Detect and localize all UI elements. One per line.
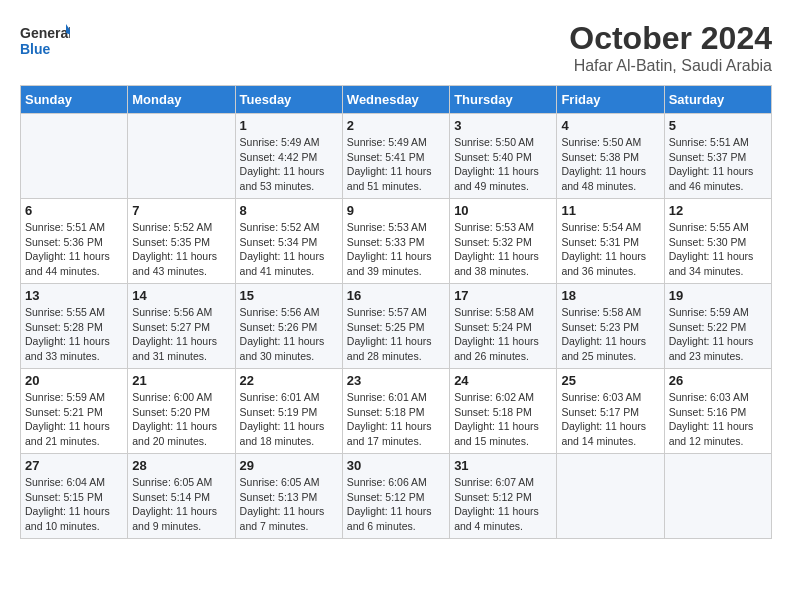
weekday-header-saturday: Saturday bbox=[664, 86, 771, 114]
title-block: October 2024 Hafar Al-Batin, Saudi Arabi… bbox=[569, 20, 772, 75]
day-detail: Sunrise: 6:04 AMSunset: 5:15 PMDaylight:… bbox=[25, 476, 110, 532]
calendar-cell bbox=[557, 454, 664, 539]
day-number: 29 bbox=[240, 458, 338, 473]
day-number: 22 bbox=[240, 373, 338, 388]
calendar-cell: 10 Sunrise: 5:53 AMSunset: 5:32 PMDaylig… bbox=[450, 199, 557, 284]
day-number: 26 bbox=[669, 373, 767, 388]
calendar-cell: 12 Sunrise: 5:55 AMSunset: 5:30 PMDaylig… bbox=[664, 199, 771, 284]
calendar-cell: 19 Sunrise: 5:59 AMSunset: 5:22 PMDaylig… bbox=[664, 284, 771, 369]
day-number: 30 bbox=[347, 458, 445, 473]
day-number: 25 bbox=[561, 373, 659, 388]
calendar-cell: 5 Sunrise: 5:51 AMSunset: 5:37 PMDayligh… bbox=[664, 114, 771, 199]
calendar-cell: 25 Sunrise: 6:03 AMSunset: 5:17 PMDaylig… bbox=[557, 369, 664, 454]
day-number: 12 bbox=[669, 203, 767, 218]
calendar-cell: 4 Sunrise: 5:50 AMSunset: 5:38 PMDayligh… bbox=[557, 114, 664, 199]
calendar-cell: 27 Sunrise: 6:04 AMSunset: 5:15 PMDaylig… bbox=[21, 454, 128, 539]
month-title: October 2024 bbox=[569, 20, 772, 57]
calendar-cell bbox=[128, 114, 235, 199]
day-detail: Sunrise: 5:49 AMSunset: 4:42 PMDaylight:… bbox=[240, 136, 325, 192]
day-number: 20 bbox=[25, 373, 123, 388]
day-number: 28 bbox=[132, 458, 230, 473]
day-detail: Sunrise: 6:05 AMSunset: 5:14 PMDaylight:… bbox=[132, 476, 217, 532]
calendar-cell bbox=[21, 114, 128, 199]
calendar-cell: 18 Sunrise: 5:58 AMSunset: 5:23 PMDaylig… bbox=[557, 284, 664, 369]
day-number: 16 bbox=[347, 288, 445, 303]
calendar-cell: 7 Sunrise: 5:52 AMSunset: 5:35 PMDayligh… bbox=[128, 199, 235, 284]
day-detail: Sunrise: 5:58 AMSunset: 5:24 PMDaylight:… bbox=[454, 306, 539, 362]
day-detail: Sunrise: 5:55 AMSunset: 5:28 PMDaylight:… bbox=[25, 306, 110, 362]
day-detail: Sunrise: 5:55 AMSunset: 5:30 PMDaylight:… bbox=[669, 221, 754, 277]
day-detail: Sunrise: 5:52 AMSunset: 5:35 PMDaylight:… bbox=[132, 221, 217, 277]
day-number: 17 bbox=[454, 288, 552, 303]
day-detail: Sunrise: 5:49 AMSunset: 5:41 PMDaylight:… bbox=[347, 136, 432, 192]
day-detail: Sunrise: 6:01 AMSunset: 5:18 PMDaylight:… bbox=[347, 391, 432, 447]
calendar-cell: 11 Sunrise: 5:54 AMSunset: 5:31 PMDaylig… bbox=[557, 199, 664, 284]
day-detail: Sunrise: 5:56 AMSunset: 5:26 PMDaylight:… bbox=[240, 306, 325, 362]
week-row-2: 6 Sunrise: 5:51 AMSunset: 5:36 PMDayligh… bbox=[21, 199, 772, 284]
page-header: General Blue October 2024 Hafar Al-Batin… bbox=[20, 20, 772, 75]
week-row-1: 1 Sunrise: 5:49 AMSunset: 4:42 PMDayligh… bbox=[21, 114, 772, 199]
calendar-cell: 21 Sunrise: 6:00 AMSunset: 5:20 PMDaylig… bbox=[128, 369, 235, 454]
day-number: 11 bbox=[561, 203, 659, 218]
logo-svg: General Blue bbox=[20, 20, 70, 60]
svg-text:Blue: Blue bbox=[20, 41, 51, 57]
calendar-cell bbox=[664, 454, 771, 539]
day-detail: Sunrise: 6:02 AMSunset: 5:18 PMDaylight:… bbox=[454, 391, 539, 447]
day-detail: Sunrise: 5:53 AMSunset: 5:32 PMDaylight:… bbox=[454, 221, 539, 277]
weekday-header-wednesday: Wednesday bbox=[342, 86, 449, 114]
day-number: 8 bbox=[240, 203, 338, 218]
calendar-cell: 22 Sunrise: 6:01 AMSunset: 5:19 PMDaylig… bbox=[235, 369, 342, 454]
day-detail: Sunrise: 5:54 AMSunset: 5:31 PMDaylight:… bbox=[561, 221, 646, 277]
calendar-cell: 8 Sunrise: 5:52 AMSunset: 5:34 PMDayligh… bbox=[235, 199, 342, 284]
day-number: 3 bbox=[454, 118, 552, 133]
calendar-cell: 24 Sunrise: 6:02 AMSunset: 5:18 PMDaylig… bbox=[450, 369, 557, 454]
calendar-cell: 26 Sunrise: 6:03 AMSunset: 5:16 PMDaylig… bbox=[664, 369, 771, 454]
location-title: Hafar Al-Batin, Saudi Arabia bbox=[569, 57, 772, 75]
weekday-header-row: SundayMondayTuesdayWednesdayThursdayFrid… bbox=[21, 86, 772, 114]
day-number: 24 bbox=[454, 373, 552, 388]
weekday-header-sunday: Sunday bbox=[21, 86, 128, 114]
day-number: 21 bbox=[132, 373, 230, 388]
day-number: 15 bbox=[240, 288, 338, 303]
day-detail: Sunrise: 6:01 AMSunset: 5:19 PMDaylight:… bbox=[240, 391, 325, 447]
weekday-header-friday: Friday bbox=[557, 86, 664, 114]
day-detail: Sunrise: 5:53 AMSunset: 5:33 PMDaylight:… bbox=[347, 221, 432, 277]
day-number: 14 bbox=[132, 288, 230, 303]
calendar-cell: 6 Sunrise: 5:51 AMSunset: 5:36 PMDayligh… bbox=[21, 199, 128, 284]
day-detail: Sunrise: 5:51 AMSunset: 5:36 PMDaylight:… bbox=[25, 221, 110, 277]
day-detail: Sunrise: 5:56 AMSunset: 5:27 PMDaylight:… bbox=[132, 306, 217, 362]
day-detail: Sunrise: 5:59 AMSunset: 5:22 PMDaylight:… bbox=[669, 306, 754, 362]
calendar-cell: 29 Sunrise: 6:05 AMSunset: 5:13 PMDaylig… bbox=[235, 454, 342, 539]
day-detail: Sunrise: 5:57 AMSunset: 5:25 PMDaylight:… bbox=[347, 306, 432, 362]
day-number: 18 bbox=[561, 288, 659, 303]
day-number: 1 bbox=[240, 118, 338, 133]
day-number: 9 bbox=[347, 203, 445, 218]
day-number: 31 bbox=[454, 458, 552, 473]
calendar-cell: 23 Sunrise: 6:01 AMSunset: 5:18 PMDaylig… bbox=[342, 369, 449, 454]
day-detail: Sunrise: 6:00 AMSunset: 5:20 PMDaylight:… bbox=[132, 391, 217, 447]
week-row-3: 13 Sunrise: 5:55 AMSunset: 5:28 PMDaylig… bbox=[21, 284, 772, 369]
day-detail: Sunrise: 6:05 AMSunset: 5:13 PMDaylight:… bbox=[240, 476, 325, 532]
day-number: 7 bbox=[132, 203, 230, 218]
day-number: 23 bbox=[347, 373, 445, 388]
logo: General Blue bbox=[20, 20, 70, 60]
day-detail: Sunrise: 5:59 AMSunset: 5:21 PMDaylight:… bbox=[25, 391, 110, 447]
calendar-cell: 3 Sunrise: 5:50 AMSunset: 5:40 PMDayligh… bbox=[450, 114, 557, 199]
day-number: 5 bbox=[669, 118, 767, 133]
week-row-5: 27 Sunrise: 6:04 AMSunset: 5:15 PMDaylig… bbox=[21, 454, 772, 539]
day-number: 19 bbox=[669, 288, 767, 303]
calendar-table: SundayMondayTuesdayWednesdayThursdayFrid… bbox=[20, 85, 772, 539]
day-detail: Sunrise: 6:06 AMSunset: 5:12 PMDaylight:… bbox=[347, 476, 432, 532]
calendar-cell: 9 Sunrise: 5:53 AMSunset: 5:33 PMDayligh… bbox=[342, 199, 449, 284]
day-number: 10 bbox=[454, 203, 552, 218]
day-number: 13 bbox=[25, 288, 123, 303]
day-detail: Sunrise: 5:50 AMSunset: 5:40 PMDaylight:… bbox=[454, 136, 539, 192]
calendar-cell: 15 Sunrise: 5:56 AMSunset: 5:26 PMDaylig… bbox=[235, 284, 342, 369]
day-number: 4 bbox=[561, 118, 659, 133]
calendar-cell: 1 Sunrise: 5:49 AMSunset: 4:42 PMDayligh… bbox=[235, 114, 342, 199]
day-number: 2 bbox=[347, 118, 445, 133]
calendar-cell: 30 Sunrise: 6:06 AMSunset: 5:12 PMDaylig… bbox=[342, 454, 449, 539]
day-detail: Sunrise: 5:52 AMSunset: 5:34 PMDaylight:… bbox=[240, 221, 325, 277]
day-detail: Sunrise: 5:50 AMSunset: 5:38 PMDaylight:… bbox=[561, 136, 646, 192]
calendar-cell: 2 Sunrise: 5:49 AMSunset: 5:41 PMDayligh… bbox=[342, 114, 449, 199]
